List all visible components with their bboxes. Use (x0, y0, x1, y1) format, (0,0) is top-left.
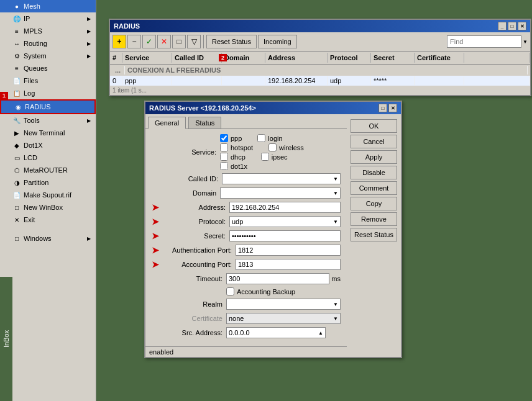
routing-icon: ↔ (12, 39, 21, 48)
table-row-group: ... CONEXION AL FREERADIUS (110, 65, 530, 76)
copy-toolbar-button[interactable]: □ (172, 35, 186, 48)
sidebar-item-metarouter[interactable]: ⬡ MetaROUTER (0, 164, 96, 176)
hotspot-checkbox[interactable] (220, 143, 228, 151)
sidebar-item-routing[interactable]: ↔ Routing ▶ (0, 37, 96, 50)
reset-status-side-button[interactable]: Reset Status (351, 228, 397, 241)
supout-icon: 📄 (12, 191, 21, 199)
terminal-icon: ▶ (12, 128, 21, 137)
sidebar-item-windows[interactable]: □ Windows ▶ (0, 232, 96, 245)
radius-icon: ◉ (14, 102, 22, 111)
check-button[interactable]: ✓ (142, 35, 156, 48)
sidebar-item-label: LCD (24, 154, 37, 161)
address-input[interactable] (229, 202, 341, 213)
ok-button[interactable]: OK (351, 119, 397, 133)
certificate-value: none (229, 315, 244, 322)
realm-dropdown[interactable]: ▼ (226, 299, 341, 310)
sidebar-item-label: System (24, 52, 47, 60)
tabs: General Status (145, 114, 347, 129)
copy-button[interactable]: Copy (351, 197, 397, 210)
domain-input[interactable]: ▼ (220, 187, 341, 199)
sidebar-item-make-supout[interactable]: 📄 Make Supout.rif (0, 189, 96, 201)
certificate-dropdown[interactable]: none ▼ (226, 313, 341, 324)
cancel-button[interactable]: Cancel (351, 135, 397, 148)
accounting-port-input[interactable] (236, 259, 341, 270)
sidebar-item-queues[interactable]: ≡ Queues (0, 62, 96, 74)
hotspot-checkbox-row: hotspot (220, 143, 253, 151)
group-dots: ... (112, 66, 125, 74)
table-row[interactable]: 0 ppp 192.168.20.254 udp ***** (110, 76, 530, 86)
comment-button[interactable]: Comment (351, 181, 397, 195)
sidebar-item-partition[interactable]: ◑ Partition (0, 176, 96, 189)
sidebar-item-system[interactable]: ⚙ System ▶ (0, 50, 96, 62)
incoming-button[interactable]: Incoming (258, 35, 297, 48)
wireless-checkbox[interactable] (268, 143, 277, 151)
sidebar-item-exit[interactable]: ✕ Exit (0, 214, 96, 226)
auth-port-input[interactable] (236, 245, 341, 256)
protocol-value: udp (232, 218, 243, 225)
filter-button[interactable]: ▽ (187, 35, 201, 48)
inner-maximize-button[interactable]: □ (378, 104, 387, 112)
login-checkbox[interactable] (257, 134, 265, 142)
sidebar-item-label: Exit (24, 216, 35, 223)
timeout-input[interactable] (226, 273, 329, 284)
queues-icon: ≡ (12, 64, 21, 73)
sidebar-item-files[interactable]: 📄 Files (0, 74, 96, 87)
accounting-port-arrow: ➤ (152, 259, 159, 269)
inner-titlebar: RADIUS Server <192.168.20.254> □ ✕ (145, 102, 401, 114)
remove-button[interactable]: − (127, 35, 141, 48)
dot1x-checkbox[interactable] (220, 162, 228, 170)
wireless-label: wireless (279, 144, 304, 151)
tab-status[interactable]: Status (188, 117, 221, 128)
inbox-label: InBox (0, 277, 12, 401)
sidebar-item-log[interactable]: 📋 Log (0, 87, 96, 99)
ppp-checkbox[interactable] (220, 134, 228, 142)
sidebar-item-radius[interactable]: ◉ RADIUS (0, 99, 96, 114)
certificate-label: Certificate (152, 315, 226, 322)
sidebar-item-dot1x[interactable]: ◆ Dot1X (0, 139, 96, 151)
radius-title: RADIUS (114, 22, 140, 30)
close-button[interactable]: ✕ (518, 22, 526, 30)
tab-general[interactable]: General (148, 117, 186, 129)
radius-titlebar: RADIUS _ □ ✕ (110, 20, 530, 32)
accounting-backup-checkbox[interactable] (226, 287, 234, 295)
protocol-dropdown[interactable]: udp ▼ (229, 216, 341, 227)
sidebar-item-label: Tools (24, 117, 40, 124)
table-header: # Service Called ID Domain Address Proto… (110, 52, 530, 65)
secret-input[interactable] (229, 230, 341, 241)
sidebar-item-lcd[interactable]: ▭ LCD (0, 151, 96, 164)
src-address-input-container[interactable]: 0.0.0.0 ▲ (226, 327, 326, 338)
col-header-secret: Secret (371, 53, 415, 63)
service-row-4: dot1x (220, 162, 310, 170)
wireless-checkbox-row: wireless (268, 143, 304, 151)
sidebar-item-tools[interactable]: 🔧 Tools ▶ (0, 114, 96, 127)
find-input[interactable] (447, 35, 521, 48)
minimize-button[interactable]: _ (498, 22, 507, 30)
titlebar-buttons: _ □ ✕ (498, 22, 526, 30)
called-id-input[interactable]: ▼ (222, 173, 341, 184)
dialog-left: General Status Service: (145, 114, 347, 357)
x-button[interactable]: ✕ (157, 35, 171, 48)
inner-close-button[interactable]: ✕ (388, 104, 397, 112)
sidebar-item-ip[interactable]: 🌐 IP ▶ (0, 12, 96, 25)
hotspot-label: hotspot (231, 144, 253, 151)
sidebar-item-new-terminal[interactable]: ▶ New Terminal (0, 127, 96, 139)
ipsec-checkbox[interactable] (261, 153, 269, 161)
badge-1: 1 (0, 92, 8, 99)
dhcp-checkbox[interactable] (220, 153, 228, 161)
reset-status-button[interactable]: Reset Status (206, 35, 257, 48)
sidebar-item-new-winbox[interactable]: □ New WinBox (0, 201, 96, 214)
mpls-icon: ≡ (12, 27, 21, 35)
sidebar-item-mesh[interactable]: ● Mesh (0, 0, 96, 12)
status-text: enabled (149, 348, 173, 356)
remove-button[interactable]: Remove (351, 212, 397, 226)
apply-button[interactable]: Apply (351, 150, 397, 164)
ip-icon: 🌐 (12, 14, 21, 23)
add-button[interactable]: + (112, 35, 126, 48)
address-label: Address: (161, 204, 229, 211)
disable-button[interactable]: Disable (351, 166, 397, 179)
main-area: 2 RADIUS _ □ ✕ + − ✓ ✕ □ ▽ Reset Status … (96, 0, 532, 401)
sidebar-item-mpls[interactable]: ≡ MPLS ▶ (0, 25, 96, 37)
arrow-icon: ▶ (87, 118, 91, 124)
row-service: ppp (122, 76, 172, 85)
maximize-button[interactable]: □ (508, 22, 516, 30)
